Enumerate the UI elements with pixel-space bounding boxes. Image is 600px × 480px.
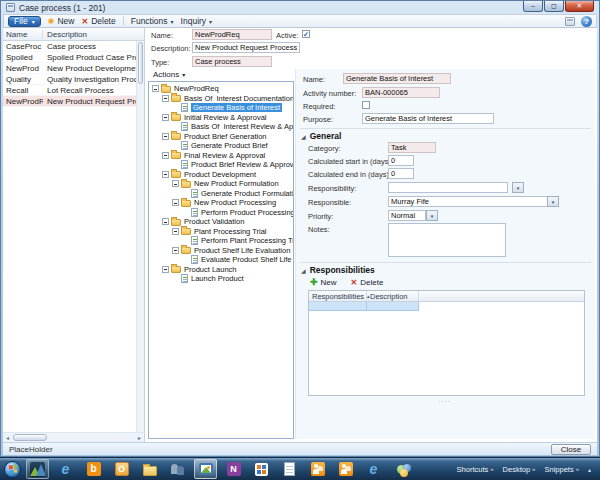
tree-item-selected[interactable]: Generate Basis of Interest: [149, 103, 293, 113]
category-field[interactable]: Task: [388, 142, 436, 153]
table-row[interactable]: CaseProc Case process: [3, 41, 144, 52]
notes-textarea[interactable]: [388, 223, 506, 257]
help-icon[interactable]: ?: [581, 16, 592, 27]
name-field[interactable]: NewProdReq: [192, 29, 272, 40]
type-field[interactable]: Case process: [192, 56, 272, 67]
tree-expander-icon[interactable]: [172, 199, 179, 206]
taskbar-grid-app[interactable]: [250, 459, 273, 479]
active-checkbox[interactable]: ✓: [302, 30, 310, 38]
responsibilities-delete-button[interactable]: ✕ Delete: [351, 278, 384, 287]
tree-item[interactable]: Product Development: [149, 170, 293, 180]
table-row-selected[interactable]: NewProdReq New Product Request Process: [3, 96, 144, 107]
tree-item[interactable]: Product Launch: [149, 265, 293, 275]
tree-expander-icon[interactable]: [172, 247, 179, 254]
column-header-description[interactable]: Description: [43, 30, 144, 39]
taskbar-explorer[interactable]: [138, 459, 161, 479]
responsible-dropdown-button[interactable]: ▾: [547, 196, 559, 207]
horizontal-scrollbar[interactable]: ◄ ►: [3, 432, 144, 442]
table-row[interactable]: Recall Lot Recall Process: [3, 85, 144, 96]
grid-resize-handle[interactable]: ····: [438, 398, 451, 405]
tree-expander-icon[interactable]: [162, 133, 169, 140]
functions-menu-button[interactable]: Functions ▾: [131, 16, 174, 26]
activity-number-field[interactable]: BAN-000065: [362, 87, 440, 98]
taskbar-onenote[interactable]: N: [222, 459, 245, 479]
tree-item[interactable]: NewProdReq: [149, 84, 293, 94]
taskbar-spheres-app[interactable]: [390, 459, 413, 479]
taskbar-people-app-2[interactable]: [334, 459, 357, 479]
tree-item[interactable]: Launch Product: [149, 274, 293, 284]
scrollbar-thumb[interactable]: [138, 42, 143, 84]
taskbar-contacts[interactable]: [166, 459, 189, 479]
tree-item[interactable]: Product Validation: [149, 217, 293, 227]
tree-expander-icon[interactable]: [162, 171, 169, 178]
scrollbar-thumb[interactable]: [13, 434, 47, 441]
empty-selected-row[interactable]: [309, 302, 584, 311]
scroll-right-icon[interactable]: ►: [135, 435, 144, 441]
actions-menu-button[interactable]: Actions ▾: [153, 69, 185, 80]
minimize-button[interactable]: –: [523, 1, 543, 12]
table-row[interactable]: Spoiled Spoiled Product Case Process: [3, 52, 144, 63]
description-input[interactable]: [192, 42, 300, 53]
maximize-button[interactable]: ◻: [544, 1, 564, 12]
column-header-description[interactable]: Description: [367, 291, 419, 301]
tree-expander-icon[interactable]: [162, 266, 169, 273]
tree-expander-icon[interactable]: [162, 114, 169, 121]
tree-item[interactable]: Generate Product Brief: [149, 141, 293, 151]
required-checkbox[interactable]: [362, 101, 370, 109]
tree-expander-icon[interactable]: [152, 85, 159, 92]
tree-item[interactable]: Generate Product Formulation: [149, 189, 293, 199]
tree-item[interactable]: Plant Processing Trial: [149, 227, 293, 237]
tray-snippets[interactable]: Snippets »: [544, 465, 579, 474]
taskbar-image-app[interactable]: [194, 459, 217, 479]
start-button[interactable]: [4, 461, 21, 478]
taskbar-outlook[interactable]: O: [110, 459, 133, 479]
tray-shortcuts[interactable]: Shortcuts »: [457, 465, 494, 474]
detail-name-field[interactable]: Generate Basis of Interest: [343, 73, 451, 84]
tree-expander-icon[interactable]: [162, 95, 169, 102]
tree-item[interactable]: Perform Plant Processing Trial: [149, 236, 293, 246]
tree-item[interactable]: Product Brief Review & Approval: [149, 160, 293, 170]
scroll-left-icon[interactable]: ◄: [3, 435, 12, 441]
tree-item[interactable]: Final Review & Approval: [149, 151, 293, 161]
priority-combo[interactable]: Normal: [388, 210, 426, 221]
inquiry-menu-button[interactable]: Inquiry ▾: [181, 16, 213, 26]
tree-expander-icon[interactable]: [172, 228, 179, 235]
tree-item[interactable]: Perform Product Processing Review: [149, 208, 293, 218]
general-section-header[interactable]: ◢ General: [301, 131, 341, 141]
tree-item[interactable]: Product Brief Generation: [149, 132, 293, 142]
file-menu-button[interactable]: File ▾: [8, 16, 41, 27]
tree-item[interactable]: Product Shelf Life Evaluation: [149, 246, 293, 256]
calc-start-input[interactable]: [388, 155, 414, 166]
responsibilities-new-button[interactable]: ✚ New: [310, 277, 337, 287]
priority-dropdown-button[interactable]: ▾: [426, 210, 438, 221]
taskbar-document-app[interactable]: [278, 459, 301, 479]
tree-expander-icon[interactable]: [172, 180, 179, 187]
purpose-input[interactable]: [362, 113, 494, 124]
titlebar[interactable]: Case process (1 - 201) – ◻ ✕: [1, 1, 599, 14]
tree-item[interactable]: Evaluate Product Shelf Life: [149, 255, 293, 265]
table-row[interactable]: Quality Quality Investigation Process: [3, 74, 144, 85]
responsibility-dropdown-button[interactable]: ▾: [512, 182, 524, 193]
close-window-button[interactable]: ✕: [565, 1, 594, 12]
tree-item[interactable]: Basis Of Interest Review & Approval: [149, 122, 293, 132]
tray-desktop[interactable]: Desktop »: [503, 465, 536, 474]
tree-item[interactable]: New Product Processing: [149, 198, 293, 208]
calc-end-input[interactable]: [388, 168, 414, 179]
column-header-responsibilities[interactable]: Responsibilities ▴: [309, 291, 367, 301]
close-button[interactable]: Close: [551, 444, 591, 455]
table-row[interactable]: NewProd New Product Developmet Process: [3, 63, 144, 74]
responsibilities-section-header[interactable]: ◢ Responsibilities: [301, 265, 375, 275]
responsibility-combo[interactable]: [388, 182, 508, 193]
taskbar-dynamics-ax-app[interactable]: [26, 459, 49, 479]
tree-item[interactable]: Initial Review & Approval: [149, 113, 293, 123]
taskbar-internet-explorer[interactable]: e: [54, 459, 77, 479]
tree-expander-icon[interactable]: [162, 152, 169, 159]
taskbar-bing[interactable]: b: [82, 459, 105, 479]
new-button[interactable]: ✱ New: [48, 16, 75, 26]
tree-item[interactable]: Basis Of Interest Documentation: [149, 94, 293, 104]
vertical-scrollbar[interactable]: [136, 41, 144, 432]
column-header-name[interactable]: Name: [3, 30, 43, 39]
tree-item[interactable]: New Product Formulation: [149, 179, 293, 189]
tree-expander-icon[interactable]: [162, 218, 169, 225]
taskbar-people-app-1[interactable]: [306, 459, 329, 479]
